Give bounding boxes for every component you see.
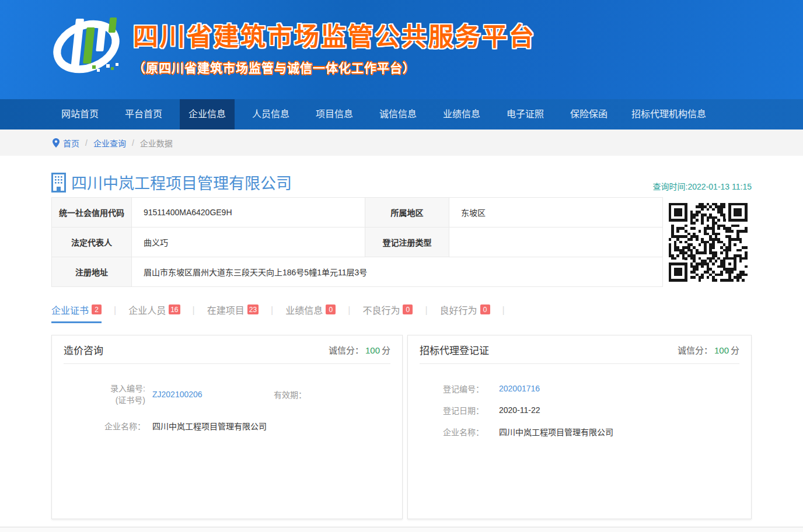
building-icon (51, 173, 68, 192)
table-row: 统一社会信用代码 91511400MA6420GE9H 所属地区 东坡区 (52, 198, 663, 228)
nav-item-company-info[interactable]: 企业信息 (180, 99, 235, 130)
certificate-cards: 造价咨询 诚信分：100分 录入编号: (证书号) ZJ202100206 有效… (51, 335, 752, 519)
company-info-table: 统一社会信用代码 91511400MA6420GE9H 所属地区 东坡区 法定代… (51, 197, 663, 287)
nav-item-e-certificate[interactable]: 电子证照 (498, 99, 553, 130)
company-header: 四川中岚工程项目管理有限公司 查询时间:2022-01-13 11:15 (51, 169, 752, 194)
certificate-card-bidding-agency: 招标代理登记证 诚信分：100分 登记编号： 202001716 登记日期： 2… (407, 335, 752, 519)
card-body: 录入编号: (证书号) ZJ202100206 有效期： 企业名称： 四川中岚工… (52, 364, 402, 432)
qr-code (669, 203, 748, 282)
company-info-section: 统一社会信用代码 91511400MA6420GE9H 所属地区 东坡区 法定代… (51, 197, 752, 287)
tab-separator: | (348, 305, 350, 320)
card-title: 招标代理登记证 (420, 342, 489, 357)
count-badge: 2 (92, 304, 102, 314)
nav-item-platform-home[interactable]: 平台首页 (116, 99, 171, 130)
tab-bad-behavior[interactable]: 不良行为 0 (362, 303, 413, 323)
site-header: 四川省建筑市场监管公共服务平台 （原四川省建筑市场监管与诚信一体化工作平台） (0, 0, 803, 99)
field-label-validity: 有效期： (274, 388, 306, 400)
breadcrumb-company-search-link[interactable]: 企业查询 (93, 137, 126, 149)
tab-separator: | (271, 305, 273, 320)
tab-separator: | (193, 305, 195, 320)
field-label-registration-date: 登记日期： (443, 404, 492, 416)
field-row: 登记日期： 2020-11-22 (443, 404, 739, 416)
count-badge: 0 (480, 304, 490, 314)
tab-performance-info[interactable]: 业绩信息 0 (285, 303, 336, 323)
tab-projects-under-construction[interactable]: 在建项目 23 (207, 303, 259, 323)
tab-separator: | (425, 305, 427, 320)
field-row: 录入编号: (证书号) ZJ202100206 有效期： (87, 383, 390, 406)
field-row: 登记编号： 202001716 (443, 383, 739, 394)
field-label-region: 所属地区 (365, 198, 449, 228)
breadcrumb: 首页 / 企业查询 / 企业数据 (0, 130, 803, 156)
main-nav: 网站首页 平台首页 企业信息 人员信息 项目信息 诚信信息 业绩信息 电子证照 … (0, 99, 803, 130)
field-label-entry-number: 录入编号: (证书号) (87, 383, 145, 406)
breadcrumb-current: 企业数据 (140, 137, 173, 149)
credit-score: 诚信分：100分 (678, 344, 739, 356)
field-row: 企业名称： 四川中岚工程项目管理有限公司 (87, 420, 390, 432)
tab-company-certificates[interactable]: 企业证书 2 (51, 303, 102, 323)
field-label-registration-type: 登记注册类型 (365, 228, 449, 257)
nav-item-site-home[interactable]: 网站首页 (53, 99, 107, 130)
field-label-credit-code: 统一社会信用代码 (52, 198, 132, 228)
field-label-registered-address: 注册地址 (52, 257, 132, 287)
field-value-region: 东坡区 (449, 198, 663, 228)
nav-item-insurance-guarantee[interactable]: 保险保函 (561, 99, 616, 130)
header-titles: 四川省建筑市场监管公共服务平台 （原四川省建筑市场监管与诚信一体化工作平台） (133, 8, 536, 76)
field-label-registration-number: 登记编号： (443, 383, 492, 394)
tab-separator: | (114, 305, 116, 320)
registration-number-link[interactable]: 202001716 (499, 384, 592, 393)
count-badge: 23 (247, 304, 259, 314)
certificate-number-link[interactable]: ZJ202100206 (152, 390, 246, 399)
table-row: 注册地址 眉山市东坡区眉州大道东三段天天向上186号5幢1单元11层3号 (52, 257, 663, 287)
field-value-company-name: 四川中岚工程项目管理有限公司 (152, 420, 267, 432)
certificate-card-cost-consulting: 造价咨询 诚信分：100分 录入编号: (证书号) ZJ202100206 有效… (51, 335, 403, 519)
section-tabs: 企业证书 2 | 企业人员 16 | 在建项目 23 | 业绩信息 0 | 不良… (51, 302, 752, 324)
query-time: 查询时间:2022-01-13 11:15 (653, 180, 752, 194)
main-content: 四川中岚工程项目管理有限公司 查询时间:2022-01-13 11:15 统一社… (0, 156, 803, 527)
platform-logo-icon (50, 8, 127, 77)
field-label-company-name: 企业名称： (87, 420, 145, 432)
site-title: 四川省建筑市场监管公共服务平台 (133, 16, 536, 52)
site-subtitle: （原四川省建筑市场监管与诚信一体化工作平台） (133, 58, 536, 76)
field-row: 企业名称： 四川中岚工程项目管理有限公司 (443, 426, 739, 438)
nav-item-project-info[interactable]: 项目信息 (307, 99, 362, 130)
count-badge: 16 (169, 304, 180, 314)
tab-good-behavior[interactable]: 良好行为 0 (440, 303, 490, 323)
field-label-legal-rep: 法定代表人 (52, 228, 132, 257)
count-badge: 0 (403, 304, 413, 314)
breadcrumb-separator: / (85, 138, 88, 148)
credit-score: 诚信分：100分 (329, 344, 390, 356)
field-value-credit-code: 91511400MA6420GE9H (132, 198, 365, 228)
field-value-registered-address: 眉山市东坡区眉州大道东三段天天向上186号5幢1单元11层3号 (132, 257, 663, 287)
nav-item-bidding-agency-info[interactable]: 招标代理机构信息 (625, 99, 713, 130)
field-value-registration-type (449, 228, 663, 257)
breadcrumb-separator: / (132, 138, 134, 148)
nav-item-personnel-info[interactable]: 人员信息 (243, 99, 298, 130)
company-name: 四川中岚工程项目管理有限公司 (71, 171, 292, 194)
count-badge: 0 (326, 304, 336, 314)
card-header: 招标代理登记证 诚信分：100分 (420, 335, 739, 364)
field-value-company-name: 四川中岚工程项目管理有限公司 (499, 426, 613, 438)
field-label-company-name: 企业名称： (443, 426, 492, 438)
page-footer-divider (0, 527, 803, 532)
table-row: 法定代表人 曲义巧 登记注册类型 (52, 228, 663, 257)
card-header: 造价咨询 诚信分：100分 (64, 335, 390, 364)
page: 四川省建筑市场监管公共服务平台 （原四川省建筑市场监管与诚信一体化工作平台） 网… (0, 0, 803, 532)
nav-item-performance-info[interactable]: 业绩信息 (434, 99, 489, 130)
tab-separator: | (502, 305, 505, 320)
breadcrumb-home-link[interactable]: 首页 (63, 137, 79, 149)
card-title: 造价咨询 (64, 342, 103, 357)
company-title: 四川中岚工程项目管理有限公司 (51, 171, 292, 194)
card-body: 登记编号： 202001716 登记日期： 2020-11-22 企业名称： 四… (408, 364, 751, 438)
nav-item-credit-info[interactable]: 诚信信息 (371, 99, 425, 130)
location-pin-icon (53, 138, 60, 148)
field-value-registration-date: 2020-11-22 (499, 405, 592, 415)
field-value-legal-rep: 曲义巧 (132, 228, 365, 257)
tab-company-personnel[interactable]: 企业人员 16 (128, 303, 180, 323)
